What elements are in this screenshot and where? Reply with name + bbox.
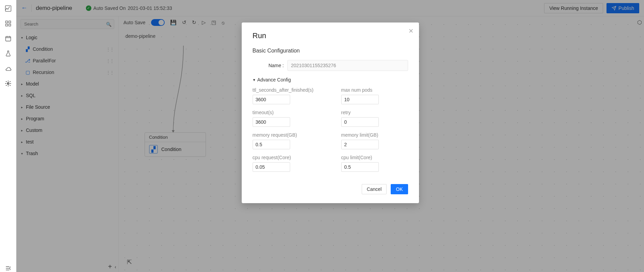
close-icon[interactable]: ✕	[408, 27, 414, 35]
cpulim-input[interactable]	[341, 162, 379, 172]
ok-button[interactable]: OK	[391, 184, 408, 194]
svg-rect-1	[5, 21, 8, 23]
memreq-input[interactable]	[253, 140, 290, 149]
svg-rect-5	[5, 36, 11, 41]
rail-module-icon[interactable]	[4, 20, 12, 27]
rail-settings-icon[interactable]	[4, 80, 12, 87]
svg-rect-4	[9, 24, 11, 26]
rail-dashboard-icon[interactable]	[4, 5, 12, 12]
ttl-label: ttl_seconds_after_finished(s)	[253, 87, 319, 93]
memreq-label: memory request(GB)	[253, 132, 319, 138]
name-label: Name :	[253, 63, 284, 68]
rail-experiment-icon[interactable]	[4, 50, 12, 57]
modal-section-title: Basic Configuration	[253, 48, 408, 54]
rail-schedule-icon[interactable]	[4, 35, 12, 42]
run-modal: ✕ Run Basic Configuration Name : ▼ Advan…	[242, 22, 419, 203]
svg-rect-3	[5, 24, 8, 26]
cpureq-input[interactable]	[253, 162, 290, 172]
name-input[interactable]	[287, 60, 408, 71]
advance-grid: ttl_seconds_after_finished(s) max num po…	[253, 87, 408, 175]
memlim-label: memory limit(GB)	[341, 132, 408, 138]
timeout-input[interactable]	[253, 117, 290, 127]
modal-title: Run	[253, 31, 408, 40]
rail-collapse-icon[interactable]	[4, 265, 12, 272]
maxpods-label: max num pods	[341, 87, 408, 93]
cancel-button[interactable]: Cancel	[362, 184, 387, 194]
cpulim-label: cpu limit(Core)	[341, 155, 408, 160]
cpureq-label: cpu request(Core)	[253, 155, 319, 160]
retry-input[interactable]	[341, 117, 379, 127]
retry-label: retry	[341, 110, 408, 115]
maxpods-input[interactable]	[341, 95, 379, 104]
advance-config-toggle[interactable]: ▼ Advance Config	[253, 77, 408, 82]
svg-point-6	[7, 83, 9, 85]
main-area: ← demo-pipeline ✓ Auto Saved On2021-03-0…	[16, 0, 644, 272]
modal-overlay[interactable]: ✕ Run Basic Configuration Name : ▼ Advan…	[16, 0, 644, 272]
ttl-input[interactable]	[253, 95, 290, 104]
timeout-label: timeout(s)	[253, 110, 319, 115]
memlim-input[interactable]	[341, 140, 379, 149]
caret-down-icon: ▼	[253, 78, 256, 82]
rail-storage-icon[interactable]	[4, 65, 12, 72]
svg-rect-2	[9, 21, 11, 23]
left-rail	[0, 0, 16, 272]
